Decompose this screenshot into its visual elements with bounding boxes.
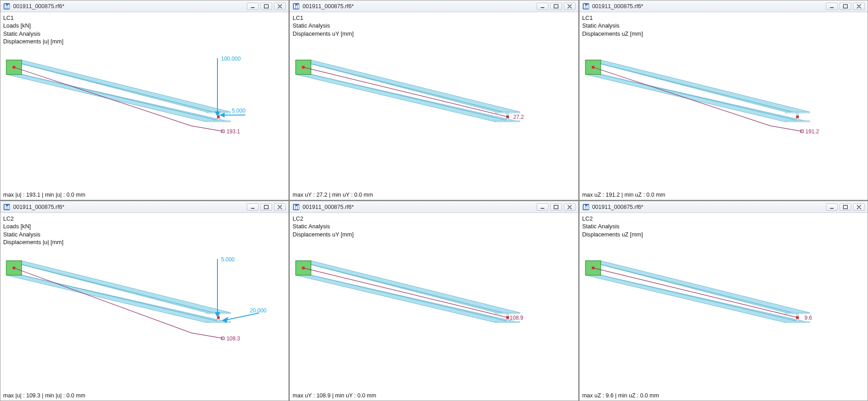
viewport-pane: 001911_000875.rf6* LC1Static AnalysisDis… <box>289 0 578 200</box>
window-title: 001911_000875.rf6* <box>13 204 247 210</box>
svg-rect-95 <box>830 208 834 209</box>
svg-rect-69 <box>13 267 15 269</box>
window-title: 001911_000875.rf6* <box>592 204 826 210</box>
svg-marker-8 <box>13 62 219 113</box>
svg-marker-100 <box>592 274 798 321</box>
svg-marker-9 <box>13 73 219 121</box>
model-canvas[interactable]: LC1Static AnalysisDisplacements uZ [mm] … <box>580 12 868 200</box>
close-button[interactable] <box>274 3 286 10</box>
svg-rect-93 <box>585 206 587 209</box>
status-text: max |u| : 193.1 | min |u| : 0.0 mm <box>3 192 85 198</box>
svg-rect-77 <box>296 206 297 209</box>
app-icon <box>582 203 590 211</box>
beam-stage: 9.6 <box>580 213 868 401</box>
svg-rect-56 <box>6 206 8 209</box>
svg-marker-63 <box>13 274 219 321</box>
svg-marker-99 <box>592 263 798 314</box>
viewport-pane: 001911_000875.rf6* LC2Static AnalysisDis… <box>289 201 578 401</box>
svg-rect-41 <box>830 7 834 8</box>
svg-marker-61 <box>6 261 231 313</box>
svg-rect-25 <box>541 7 544 8</box>
svg-rect-57 <box>8 205 9 209</box>
svg-marker-27 <box>296 75 520 122</box>
svg-marker-29 <box>302 62 509 113</box>
svg-rect-5 <box>264 5 269 8</box>
window-title: 001911_000875.rf6* <box>302 204 536 210</box>
titlebar[interactable]: 001911_000875.rf6* <box>290 0 578 12</box>
svg-rect-55 <box>5 205 6 209</box>
minimize-button[interactable] <box>537 203 548 211</box>
maximize-button[interactable] <box>550 203 562 211</box>
window-title: 001911_000875.rf6* <box>592 3 826 9</box>
maximize-button[interactable] <box>840 3 851 10</box>
titlebar[interactable]: 001911_000875.rf6* <box>290 201 578 213</box>
svg-rect-50 <box>796 115 799 118</box>
beam-stage: 27.2 <box>290 12 578 200</box>
maximize-button[interactable] <box>260 3 272 10</box>
load-horizontal-label: 5.000 <box>232 108 245 114</box>
svg-marker-62 <box>13 263 219 314</box>
window-title: 001911_000875.rf6* <box>13 3 247 9</box>
model-canvas[interactable]: LC2Loads [kN]Static AnalysisDisplacement… <box>0 213 288 401</box>
titlebar[interactable]: 001911_000875.rf6* <box>0 0 288 12</box>
load-vertical-label: 5.000 <box>221 256 235 263</box>
minimize-button[interactable] <box>826 203 838 211</box>
app-icon <box>3 203 10 211</box>
svg-marker-97 <box>585 275 810 323</box>
maximize-button[interactable] <box>840 203 851 211</box>
minimize-button[interactable] <box>247 203 259 211</box>
svg-marker-84 <box>302 274 509 321</box>
titlebar[interactable]: 001911_000875.rf6* <box>580 0 868 12</box>
close-button[interactable] <box>564 3 576 10</box>
displacement-label: 108.9 <box>509 315 523 321</box>
viewport-pane: 001911_000875.rf6* LC1Static AnalysisDis… <box>579 0 868 200</box>
svg-rect-79 <box>541 208 544 209</box>
minimize-button[interactable] <box>537 3 548 10</box>
status-text: max uZ : 9.6 | min uZ : 0.0 mm <box>582 392 659 399</box>
viewport-pane: 001911_000875.rf6* LC2Loads [kN]Static A… <box>0 201 289 401</box>
app-icon <box>292 203 300 211</box>
svg-rect-15 <box>13 66 15 69</box>
svg-rect-52 <box>592 66 594 69</box>
minimize-button[interactable] <box>826 3 838 10</box>
svg-marker-20 <box>219 113 225 117</box>
close-button[interactable] <box>564 203 576 211</box>
svg-line-73 <box>225 313 259 320</box>
status-text: max uZ : 191.2 | min uZ : 0.0 mm <box>582 192 665 198</box>
model-canvas[interactable]: LC1Loads [kN]Static AnalysisDisplacement… <box>0 12 288 200</box>
svg-rect-94 <box>587 205 589 209</box>
displacement-label: 109.3 <box>226 335 240 342</box>
svg-marker-82 <box>296 261 520 313</box>
close-button[interactable] <box>853 203 865 211</box>
titlebar[interactable]: 001911_000875.rf6* <box>0 201 288 213</box>
window-title: 001911_000875.rf6* <box>302 3 536 9</box>
model-canvas[interactable]: LC2Static AnalysisDisplacements uZ [mm] … <box>580 213 868 401</box>
svg-rect-42 <box>843 5 847 8</box>
svg-marker-6 <box>6 75 231 122</box>
svg-rect-26 <box>554 5 558 8</box>
svg-marker-60 <box>6 275 231 323</box>
displacement-label: 27.2 <box>513 114 524 120</box>
maximize-button[interactable] <box>260 203 272 211</box>
status-text: max |u| : 109.3 | min |u| : 0.0 mm <box>3 392 85 399</box>
titlebar[interactable]: 001911_000875.rf6* <box>580 201 868 213</box>
maximize-button[interactable] <box>550 3 562 10</box>
svg-rect-38 <box>584 4 585 9</box>
svg-rect-80 <box>554 205 558 209</box>
close-button[interactable] <box>274 203 286 211</box>
svg-marker-30 <box>302 73 509 121</box>
svg-rect-96 <box>843 205 847 209</box>
minimize-button[interactable] <box>247 3 259 10</box>
load-vertical-label: 100.000 <box>221 56 241 62</box>
app-icon <box>3 3 10 10</box>
displacement-label: 191.2 <box>806 128 819 135</box>
svg-rect-24 <box>297 5 299 9</box>
svg-marker-81 <box>296 275 520 323</box>
model-canvas[interactable]: LC2Static AnalysisDisplacements uY [mm] … <box>290 213 578 401</box>
svg-marker-45 <box>592 62 798 113</box>
svg-rect-59 <box>264 205 269 209</box>
close-button[interactable] <box>853 3 865 10</box>
model-canvas[interactable]: LC1Static AnalysisDisplacements uY [mm] … <box>290 12 578 200</box>
app-icon <box>582 3 590 10</box>
app-icon <box>292 3 300 10</box>
